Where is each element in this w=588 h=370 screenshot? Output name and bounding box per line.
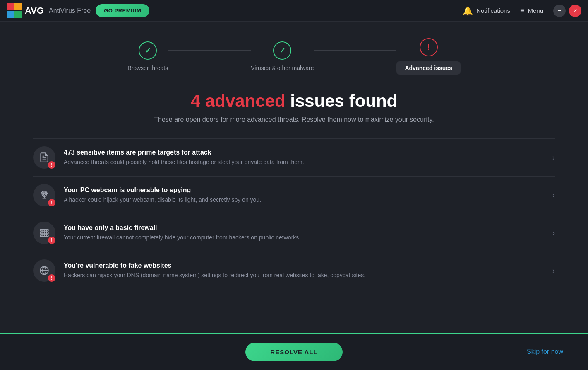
issue-item-webcam[interactable]: ! Your PC webcam is vulnerable to spying… — [33, 177, 555, 214]
issue-icon-wrap-sensitive: ! — [33, 146, 55, 169]
skip-for-now-button[interactable]: Skip for now — [527, 348, 563, 355]
issue-badge-webcam: ! — [48, 199, 55, 206]
step-viruses: ✓ Viruses & other malware — [251, 41, 314, 71]
step-advanced: ! Advanced issues — [396, 38, 460, 75]
issue-text-fake-websites: You're vulnerable to fake websites Hacke… — [64, 262, 546, 280]
title-bar-left: AVG AntiVirus Free GO PREMIUM — [7, 3, 149, 18]
issues-list: ! 473 sensitive items are prime targets … — [33, 138, 555, 289]
issue-text-firewall: You have only a basic firewall Your curr… — [64, 224, 546, 242]
issue-text-sensitive: 473 sensitive items are prime targets fo… — [64, 149, 546, 167]
minimize-button[interactable]: − — [553, 5, 566, 17]
notifications-label: Notifications — [476, 7, 510, 14]
chevron-right-icon-webcam: › — [552, 191, 555, 200]
title-bar: AVG AntiVirus Free GO PREMIUM 🔔 Notifica… — [0, 0, 588, 22]
issue-desc-firewall: Your current firewall cannot completely … — [64, 233, 546, 242]
menu-label: Menu — [528, 7, 543, 14]
window-controls: − × — [553, 5, 581, 17]
bell-icon: 🔔 — [463, 6, 473, 16]
logo-quadrant-red — [7, 3, 14, 10]
step-label-viruses: Viruses & other malware — [251, 65, 314, 71]
chevron-right-icon-firewall: › — [552, 229, 555, 237]
issue-title-fake-websites: You're vulnerable to fake websites — [64, 262, 546, 269]
menu-button[interactable]: ≡ Menu — [520, 6, 543, 15]
issue-item-fake-websites[interactable]: ! You're vulnerable to fake websites Hac… — [33, 252, 555, 289]
logo-quadrant-blue — [7, 11, 14, 18]
globe-icon — [39, 265, 50, 276]
firewall-icon — [39, 227, 50, 238]
chevron-right-icon-sensitive: › — [552, 153, 555, 162]
notifications-button[interactable]: 🔔 Notifications — [463, 6, 510, 16]
headline-suffix: issues found — [286, 91, 398, 111]
menu-lines-icon: ≡ — [520, 6, 525, 15]
footer: RESOLVE ALL Skip for now — [0, 333, 588, 370]
issue-desc-sensitive: Advanced threats could possibly hold the… — [64, 158, 546, 167]
title-bar-right: 🔔 Notifications ≡ Menu − × — [463, 5, 581, 17]
close-button[interactable]: × — [569, 5, 581, 17]
app-name: AntiVirus Free — [49, 7, 91, 15]
main-content: ✓ Browser threats ✓ Viruses & other malw… — [0, 22, 588, 333]
issue-title-webcam: Your PC webcam is vulnerable to spying — [64, 186, 546, 194]
issue-badge-fake-websites: ! — [48, 274, 55, 282]
step-circle-viruses: ✓ — [273, 41, 291, 60]
issue-desc-fake-websites: Hackers can hijack your DNS (domain name… — [64, 271, 546, 280]
issue-item-sensitive[interactable]: ! 473 sensitive items are prime targets … — [33, 138, 555, 177]
step-browser-threats: ✓ Browser threats — [127, 41, 168, 71]
webcam-icon — [39, 190, 50, 201]
go-premium-button[interactable]: GO PREMIUM — [96, 4, 149, 17]
step-label-advanced: Advanced issues — [396, 61, 460, 75]
issue-item-firewall[interactable]: ! You have only a basic firewall Your cu… — [33, 214, 555, 252]
file-icon — [39, 152, 50, 163]
svg-point-3 — [42, 192, 47, 196]
issue-badge-sensitive: ! — [48, 161, 55, 169]
chevron-right-icon-fake-websites: › — [552, 266, 555, 275]
issue-title-firewall: You have only a basic firewall — [64, 224, 546, 232]
headline-advanced: advanced — [200, 91, 285, 111]
headline: 4 advanced issues found — [33, 91, 555, 111]
issue-text-webcam: Your PC webcam is vulnerable to spying A… — [64, 186, 546, 204]
avg-logo-text: AVG — [25, 5, 44, 16]
step-label-browser-threats: Browser threats — [127, 65, 168, 71]
issue-icon-wrap-fake-websites: ! — [33, 259, 55, 282]
subtitle-text: These are open doors for more advanced t… — [33, 116, 555, 123]
issue-desc-webcam: A hacker could hijack your webcam, disab… — [64, 196, 546, 204]
issue-count: 4 — [191, 91, 200, 111]
step-circle-advanced: ! — [420, 38, 438, 56]
headline-text: 4 advanced issues found — [33, 91, 555, 111]
logo-quadrant-green — [14, 11, 22, 18]
issue-icon-wrap-webcam: ! — [33, 184, 55, 206]
avg-logo: AVG — [7, 3, 44, 18]
step-connector-2 — [314, 50, 396, 51]
avg-logo-icon — [7, 3, 22, 18]
resolve-all-button[interactable]: RESOLVE ALL — [245, 343, 342, 361]
logo-quadrant-orange — [14, 3, 22, 10]
issue-icon-wrap-firewall: ! — [33, 222, 55, 244]
step-circle-browser-threats: ✓ — [139, 41, 157, 60]
progress-steps: ✓ Browser threats ✓ Viruses & other malw… — [33, 38, 555, 75]
issue-badge-firewall: ! — [48, 237, 55, 244]
svg-point-4 — [43, 193, 45, 195]
step-connector-1 — [168, 50, 251, 51]
issue-title-sensitive: 473 sensitive items are prime targets fo… — [64, 149, 546, 156]
